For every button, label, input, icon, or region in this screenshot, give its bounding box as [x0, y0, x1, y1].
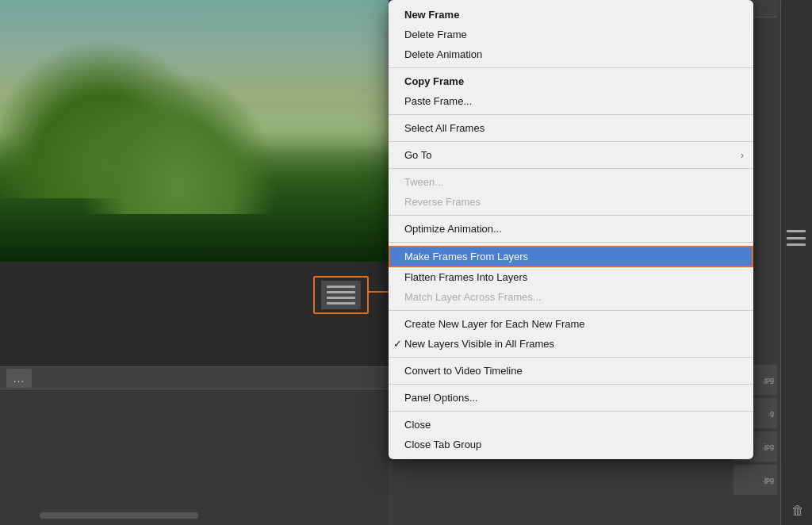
timeline-menu-button[interactable]: ...: [6, 369, 32, 388]
context-menu: New Frame Delete Frame Delete Animation …: [389, 0, 753, 459]
menu-item-make-frames-from-layers[interactable]: Make Frames From Layers: [389, 246, 753, 267]
menu-divider-5: [389, 215, 753, 216]
checkmark-icon: ✓: [393, 338, 402, 350]
menu-item-paste-frame[interactable]: Paste Frame...: [389, 91, 753, 111]
menu-item-label: Delete Frame: [404, 29, 467, 40]
trigger-line-1: [327, 285, 355, 288]
timeline-scrollbar[interactable]: [40, 512, 198, 519]
menu-divider-10: [389, 411, 753, 412]
menu-item-panel-options[interactable]: Panel Options...: [389, 388, 753, 408]
menu-item-delete-frame[interactable]: Delete Frame: [389, 25, 753, 44]
menu-item-match-layer-across-frames: Match Layer Across Frames...: [389, 287, 753, 307]
timeline-panel: ...: [0, 366, 389, 525]
menu-item-label: Copy Frame: [404, 75, 464, 87]
menu-item-close-tab-group[interactable]: Close Tab Group: [389, 435, 753, 454]
file-label-3: .jpg: [762, 443, 774, 450]
menu-item-create-new-layer[interactable]: Create New Layer for Each New Frame: [389, 314, 753, 334]
menu-item-label: Close Tab Group: [404, 439, 481, 450]
menu-item-optimize-animation[interactable]: Optimize Animation...: [389, 219, 753, 239]
menu-item-reverse-frames: Reverse Frames: [389, 192, 753, 212]
menu-item-select-all-frames[interactable]: Select All Frames: [389, 118, 753, 138]
menu-divider-7: [389, 310, 753, 311]
hamburger-line-1: [787, 230, 806, 232]
menu-item-label: Flatten Frames Into Layers: [404, 271, 527, 283]
right-panel: .jpg .g .jpg .jpg 🗑: [780, 0, 812, 525]
menu-item-label: Make Frames From Layers: [404, 251, 528, 262]
menu-item-label: Close: [404, 419, 431, 431]
menu-item-go-to[interactable]: Go To ›: [389, 145, 753, 165]
timeline-header: ...: [0, 367, 389, 389]
menu-item-new-frame[interactable]: New Frame: [389, 5, 753, 25]
left-panel: ...: [0, 0, 389, 525]
menu-item-convert-to-video[interactable]: Convert to Video Timeline: [389, 361, 753, 381]
menu-item-label: New Frame: [404, 9, 459, 21]
menu-divider-8: [389, 357, 753, 358]
menu-divider-6: [389, 242, 753, 243]
menu-item-tween: Tween...: [389, 172, 753, 192]
menu-item-label: Reverse Frames: [404, 196, 481, 208]
menu-item-label: Create New Layer for Each New Frame: [404, 318, 585, 330]
menu-divider-1: [389, 67, 753, 68]
file-label-1: .jpg: [762, 376, 774, 384]
trigger-line-2: [327, 291, 355, 293]
menu-trigger-box: [313, 276, 369, 314]
file-label-2: .g: [768, 409, 774, 417]
menu-divider-4: [389, 168, 753, 169]
trigger-line-4: [327, 302, 355, 305]
menu-divider-3: [389, 141, 753, 142]
trigger-line-3: [327, 297, 355, 299]
menu-item-label: Go To: [404, 149, 431, 161]
menu-item-new-layers-visible[interactable]: ✓ New Layers Visible in All Frames: [389, 334, 753, 354]
hamburger-line-2: [787, 237, 806, 240]
trash-icon[interactable]: 🗑: [790, 503, 806, 519]
menu-trigger-button[interactable]: [321, 281, 361, 309]
file-item-4[interactable]: .jpg: [733, 465, 777, 495]
menu-item-label: Tween...: [404, 176, 443, 188]
menu-item-label: Panel Options...: [404, 392, 478, 404]
menu-item-delete-animation[interactable]: Delete Animation: [389, 44, 753, 64]
menu-item-label: Match Layer Across Frames...: [404, 291, 542, 303]
menu-item-label: Paste Frame...: [404, 95, 472, 107]
hamburger-line-3: [787, 243, 806, 246]
file-label-4: .jpg: [762, 476, 774, 484]
menu-item-label: Select All Frames: [404, 122, 485, 134]
menu-divider-9: [389, 384, 753, 385]
menu-item-close[interactable]: Close: [389, 415, 753, 435]
menu-item-label: New Layers Visible in All Frames: [404, 338, 554, 350]
menu-item-label: Delete Animation: [404, 48, 482, 60]
menu-item-copy-frame[interactable]: Copy Frame: [389, 71, 753, 91]
menu-item-flatten-frames-into-layers[interactable]: Flatten Frames Into Layers: [389, 267, 753, 287]
menu-divider-2: [389, 114, 753, 115]
canvas-image: [0, 0, 389, 262]
menu-item-label: Convert to Video Timeline: [404, 365, 523, 377]
submenu-arrow-icon: ›: [741, 150, 744, 161]
three-dots-icon: ...: [13, 372, 25, 385]
hamburger-icon[interactable]: [787, 230, 806, 246]
menu-item-label: Optimize Animation...: [404, 223, 502, 235]
